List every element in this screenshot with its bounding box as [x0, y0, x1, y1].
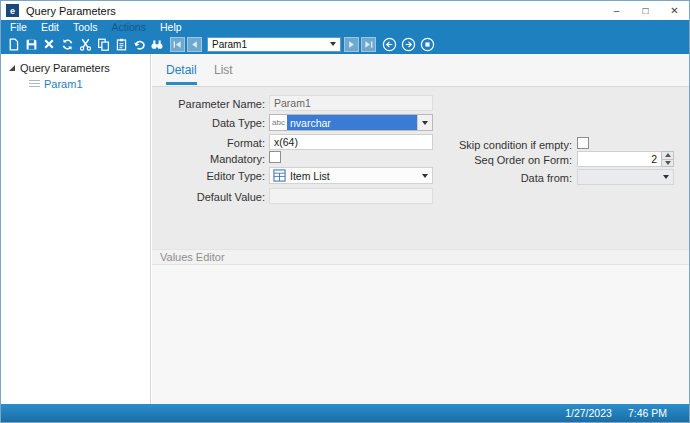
- parameter-name-label: Parameter Name:: [152, 97, 265, 111]
- up-arrow-icon: [665, 153, 671, 157]
- chevron-down-icon[interactable]: [326, 42, 340, 46]
- delete-icon: [43, 38, 55, 50]
- find-icon: [150, 38, 164, 51]
- mandatory-label: Mandatory:: [152, 152, 265, 166]
- tree-root-label: Query Parameters: [20, 62, 110, 74]
- spinner-down-button[interactable]: [661, 160, 674, 168]
- record-selector-combo[interactable]: Param1: [207, 37, 341, 52]
- last-record-button: [361, 37, 376, 52]
- app-icon: e: [6, 4, 19, 17]
- save-icon: [25, 38, 38, 51]
- previous-record-button: [187, 37, 202, 52]
- copy-button[interactable]: [94, 35, 112, 53]
- skip-condition-checkbox[interactable]: [577, 137, 589, 149]
- refresh-button[interactable]: [58, 35, 76, 53]
- format-field[interactable]: x(64): [269, 134, 433, 150]
- new-document-icon: [7, 38, 20, 51]
- first-record-button: [170, 37, 185, 52]
- tabstrip: Detail List: [152, 54, 689, 87]
- mandatory-checkbox[interactable]: [269, 151, 281, 163]
- tree-item-param1[interactable]: Param1: [1, 74, 150, 90]
- editor-type-combo[interactable]: Item List: [269, 167, 433, 184]
- data-from-label: Data from:: [439, 171, 572, 185]
- seq-order-label: Seq Order on Form:: [439, 153, 572, 167]
- copy-icon: [97, 38, 110, 51]
- default-value-field[interactable]: [269, 188, 433, 204]
- back-button[interactable]: [381, 36, 397, 52]
- item-grid-icon: [273, 169, 286, 182]
- window-body: Query Parameters Param1 Detail List Para…: [1, 54, 689, 404]
- status-time: 7:46 PM: [628, 407, 667, 419]
- parameter-name-field[interactable]: Param1: [269, 95, 433, 111]
- stop-button[interactable]: [419, 36, 435, 52]
- tree-item-label: Param1: [44, 78, 83, 90]
- maximize-button[interactable]: □: [631, 1, 660, 20]
- chevron-down-icon[interactable]: [417, 115, 432, 130]
- editor-type-value: Item List: [290, 170, 418, 182]
- delete-button[interactable]: [40, 35, 58, 53]
- seq-order-value[interactable]: 2: [577, 151, 661, 167]
- spinner-up-button[interactable]: [661, 151, 674, 160]
- format-label: Format:: [152, 136, 265, 150]
- tree-root-item[interactable]: Query Parameters: [1, 54, 150, 74]
- refresh-icon: [61, 38, 74, 51]
- toolbar: Param1: [1, 34, 689, 54]
- tab-detail[interactable]: Detail: [166, 63, 197, 85]
- close-button[interactable]: ✕: [660, 1, 689, 20]
- save-button[interactable]: [22, 35, 40, 53]
- undo-button[interactable]: [130, 35, 148, 53]
- back-circle-icon: [382, 37, 397, 52]
- record-selector-value: Param1: [208, 39, 326, 50]
- down-arrow-icon: [665, 161, 671, 165]
- titlebar: e Query Parameters – □ ✕: [1, 1, 689, 20]
- skip-condition-label: Skip condition if empty:: [439, 138, 572, 152]
- next-record-button: [344, 37, 359, 52]
- data-type-selected-value: nvarchar: [287, 115, 417, 130]
- seq-order-field[interactable]: 2: [577, 151, 674, 167]
- abc-type-icon: abc: [270, 115, 287, 130]
- statusbar: 1/27/2023 7:46 PM: [1, 404, 689, 422]
- window-title: Query Parameters: [26, 5, 116, 17]
- data-type-label: Data Type:: [152, 116, 265, 130]
- menu-tools[interactable]: Tools: [66, 20, 105, 34]
- undo-icon: [133, 38, 146, 51]
- minimize-button[interactable]: –: [602, 1, 631, 20]
- paste-icon: [115, 38, 128, 51]
- forward-circle-icon: [401, 37, 416, 52]
- stop-circle-icon: [420, 37, 435, 52]
- menu-actions: Actions: [105, 20, 153, 34]
- default-value-label: Default Value:: [152, 190, 265, 204]
- values-editor-header: Values Editor: [152, 249, 689, 265]
- previous-record-icon: [189, 39, 200, 50]
- app-window: e Query Parameters – □ ✕ File Edit Tools…: [0, 0, 690, 423]
- tree-panel: Query Parameters Param1: [1, 54, 151, 404]
- seq-order-spinner: [661, 151, 674, 167]
- find-button[interactable]: [148, 35, 166, 53]
- data-type-combo[interactable]: abc nvarchar: [269, 114, 433, 131]
- forward-button[interactable]: [400, 36, 416, 52]
- expand-triangle-icon[interactable]: [9, 65, 15, 71]
- values-editor-body: [152, 265, 689, 404]
- last-record-icon: [363, 39, 374, 50]
- data-from-combo[interactable]: [577, 169, 674, 185]
- menu-edit[interactable]: Edit: [34, 20, 66, 34]
- menu-help[interactable]: Help: [153, 20, 189, 34]
- first-record-icon: [172, 39, 183, 50]
- status-date: 1/27/2023: [565, 407, 612, 419]
- menubar: File Edit Tools Actions Help: [1, 20, 689, 34]
- main-panel: Detail List Parameter Name: Data Type: F…: [152, 54, 689, 404]
- cut-button[interactable]: [76, 35, 94, 53]
- menu-file[interactable]: File: [3, 20, 34, 34]
- next-record-icon: [346, 39, 357, 50]
- new-button[interactable]: [4, 35, 22, 53]
- cut-icon: [79, 38, 92, 51]
- chevron-down-icon[interactable]: [659, 175, 673, 179]
- chevron-down-icon[interactable]: [418, 174, 432, 178]
- list-icon: [29, 80, 40, 89]
- tab-list[interactable]: List: [214, 63, 233, 82]
- paste-button[interactable]: [112, 35, 130, 53]
- editor-type-label: Editor Type:: [152, 169, 265, 183]
